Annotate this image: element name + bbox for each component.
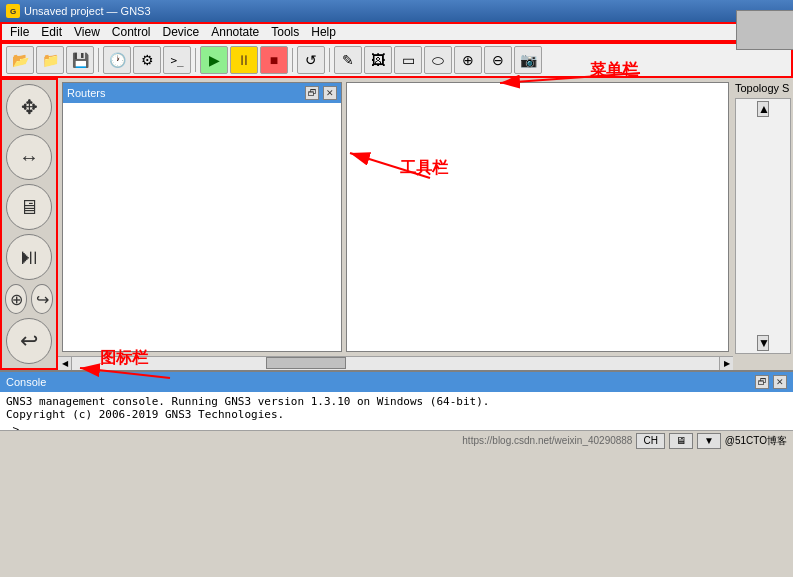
pause-btn[interactable]: ⏸	[230, 46, 258, 74]
h-track	[72, 357, 719, 370]
dropdown-btn[interactable]: ▼	[697, 433, 721, 449]
open-folder-btn[interactable]: 📂	[6, 46, 34, 74]
router-btn[interactable]: ⊕	[5, 284, 27, 314]
ch-btn[interactable]: CH	[636, 433, 664, 449]
menu-annotate[interactable]: Annotate	[205, 23, 265, 41]
menu-view[interactable]: View	[68, 23, 106, 41]
cable-btn[interactable]: ↩	[6, 318, 52, 364]
sep1	[98, 48, 99, 72]
console-content: GNS3 management console. Running GNS3 ve…	[0, 392, 793, 430]
device-btn[interactable]: 🖥	[6, 184, 52, 230]
right-scroll-area: ▲ ▼	[735, 98, 791, 354]
router-cable-row: ⊕ ↪	[5, 284, 53, 314]
toolbar: 📂 📁 💾 🕐 ⚙ >_ ▶ ⏸ ■ ↺ ✎ 🖼 ▭ ⬭ ⊕ ⊖ 📷	[0, 42, 793, 78]
console-title: Console	[6, 376, 46, 388]
routers-header: Routers 🗗 ✕	[63, 83, 341, 103]
console-bottom-bar: https://blog.csdn.net/weixin_40290888 CH…	[0, 430, 793, 450]
h-thumb[interactable]	[266, 357, 346, 369]
console-area: Console 🗗 ✕ GNS3 management console. Run…	[0, 370, 793, 450]
routers-title: Routers	[67, 87, 106, 99]
console-line1: GNS3 management console. Running GNS3 ve…	[6, 395, 787, 408]
menu-control[interactable]: Control	[106, 23, 157, 41]
menu-device[interactable]: Device	[157, 23, 206, 41]
scroll-track	[736, 117, 790, 335]
menu-bar: File Edit View Control Device Annotate T…	[0, 22, 793, 42]
console-close-btn[interactable]: ✕	[773, 375, 787, 389]
edit-btn[interactable]: ✎	[334, 46, 362, 74]
menu-help[interactable]: Help	[305, 23, 342, 41]
zoom-out-btn[interactable]: ⊖	[484, 46, 512, 74]
canvas-wrapper: Routers 🗗 ✕ Topology S ▲	[58, 78, 793, 356]
image-btn[interactable]: 🖼	[364, 46, 392, 74]
url-text: https://blog.csdn.net/weixin_40290888	[462, 435, 632, 446]
scroll-down-btn[interactable]: ▼	[757, 335, 769, 351]
h-scrollbar[interactable]: ◀ ▶	[58, 356, 733, 370]
console-restore-btn[interactable]: 🗗	[755, 375, 769, 389]
panel-controls: 🗗 ✕	[305, 86, 337, 100]
scroll-up-btn[interactable]: ▲	[757, 101, 769, 117]
main-content: ✥ ↔ 🖥 ⏯ ⊕ ↪ ↩ Routers 🗗 ✕	[0, 78, 793, 370]
rect-btn[interactable]: ▭	[394, 46, 422, 74]
canvas-area[interactable]	[346, 82, 729, 352]
sep3	[292, 48, 293, 72]
close-panel-btn[interactable]: ✕	[323, 86, 337, 100]
play-btn[interactable]: ▶	[200, 46, 228, 74]
open-file-btn[interactable]: 📁	[36, 46, 64, 74]
screenshot-btn[interactable]: 📷	[514, 46, 542, 74]
play-device-btn[interactable]: ⏯	[6, 234, 52, 280]
routers-panel: Routers 🗗 ✕	[62, 82, 342, 352]
save-btn[interactable]: 💾	[66, 46, 94, 74]
menu-tools[interactable]: Tools	[265, 23, 305, 41]
routers-content	[63, 103, 341, 351]
app-icon: G	[6, 4, 20, 18]
console-prompt: ->	[6, 423, 787, 430]
scroll-right-btn[interactable]: ▶	[719, 357, 733, 370]
arrow-btn[interactable]: ↪	[31, 284, 53, 314]
scroll-left-btn[interactable]: ◀	[58, 357, 72, 370]
zoom-in-btn[interactable]: ⊕	[454, 46, 482, 74]
ellipse-btn[interactable]: ⬭	[424, 46, 452, 74]
title-text: Unsaved project — GNS3	[24, 5, 151, 17]
move-btn[interactable]: ✥	[6, 84, 52, 130]
restore-btn[interactable]: 🗗	[305, 86, 319, 100]
reload-btn[interactable]: ↺	[297, 46, 325, 74]
sep2	[195, 48, 196, 72]
sep4	[329, 48, 330, 72]
center-canvas: Routers 🗗 ✕ Topology S ▲	[58, 78, 793, 370]
icon-btn-console[interactable]: 🖥	[669, 433, 693, 449]
right-panel: Topology S ▲ ▼	[733, 78, 793, 356]
menu-edit[interactable]: Edit	[35, 23, 68, 41]
connect-btn[interactable]: ↔	[6, 134, 52, 180]
history-btn[interactable]: 🕐	[103, 46, 131, 74]
site-text: @51CTO博客	[725, 434, 787, 448]
stop-btn[interactable]: ■	[260, 46, 288, 74]
title-bar: G Unsaved project — GNS3	[0, 0, 793, 22]
console-line2: Copyright (c) 2006-2019 GNS3 Technologie…	[6, 408, 787, 421]
topology-label: Topology S	[733, 78, 793, 98]
terminal-btn[interactable]: >_	[163, 46, 191, 74]
settings-btn[interactable]: ⚙	[133, 46, 161, 74]
console-header: Console 🗗 ✕	[0, 372, 793, 392]
console-controls: 🗗 ✕	[755, 375, 787, 389]
menu-file[interactable]: File	[4, 23, 35, 41]
icon-toolbar: ✥ ↔ 🖥 ⏯ ⊕ ↪ ↩	[0, 78, 58, 370]
